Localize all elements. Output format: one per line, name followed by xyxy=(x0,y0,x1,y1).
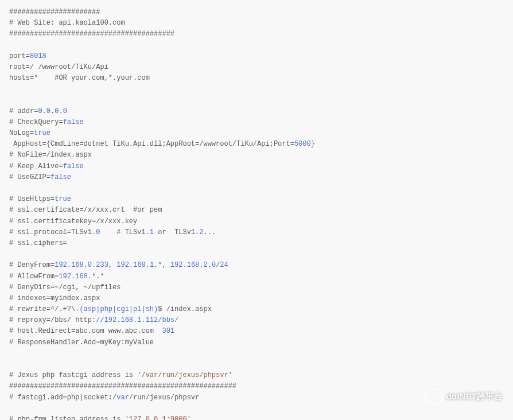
code-line: # DenyDirs=~/cgi, ~/upfiles xyxy=(9,282,504,293)
code-line: # ssl.certificate=/x/xxx.crt #or pem xyxy=(9,205,504,216)
code-segment: 192.168 xyxy=(170,261,199,269)
code-segment: 0.0 xyxy=(38,107,50,115)
code-line: AppHost={CmdLine=dotnet TiKu.Api.dll;App… xyxy=(9,139,504,150)
code-segment: //192.168.1.112/bbs/ xyxy=(96,316,178,324)
code-segment: 2.0 xyxy=(204,261,216,269)
code-segment: /run/jexus/phpsvr xyxy=(129,394,199,402)
code-segment: 192.168 xyxy=(59,273,87,281)
code-segment: # Keep_Alive= xyxy=(9,162,63,170)
code-line: # Jexus php fastcgi address is '/var/run… xyxy=(9,370,504,381)
code-segment: NoLog= xyxy=(9,129,34,137)
code-segment: 1 xyxy=(150,228,154,236)
code-segment: ###################### xyxy=(9,8,100,16)
code-line: root=/ /wwwroot/TiKu/Api xyxy=(9,62,504,73)
code-segment: . xyxy=(199,261,203,269)
code-block: ####################### Web Site: api.ka… xyxy=(0,0,513,420)
code-segment: 1 xyxy=(150,261,154,269)
code-segment: $ /index.aspx xyxy=(158,305,212,313)
code-segment: , xyxy=(108,261,116,269)
code-line: # php-fpm listen address is '127.0.0.1:9… xyxy=(9,414,504,420)
watermark: dotNET跨平台 xyxy=(425,389,503,404)
code-line xyxy=(9,183,504,194)
code-line xyxy=(9,95,504,106)
code-segment: hosts=* #OR your.com,*.your.com xyxy=(9,74,150,82)
code-segment: true xyxy=(34,129,50,137)
code-segment: . xyxy=(84,261,88,269)
code-line xyxy=(9,40,504,51)
code-line: # ssl.ciphers= xyxy=(9,238,504,249)
code-segment: false xyxy=(63,118,84,126)
code-segment: AppHost={CmdLine=dotnet TiKu.Api.dll;App… xyxy=(9,140,294,148)
code-line: # addr=0.0.0.0 xyxy=(9,106,504,117)
code-segment: # NoFile=/index.aspx xyxy=(9,151,92,159)
code-line: hosts=* #OR your.com,*.your.com xyxy=(9,73,504,84)
code-segment: 0.233 xyxy=(88,261,108,269)
code-segment: # indexes=myindex.aspx xyxy=(9,294,100,302)
code-segment: ######################################## xyxy=(9,30,174,38)
code-segment: # reproxy=/bbs/ http: xyxy=(9,316,96,324)
code-segment: .*.* xyxy=(88,273,104,281)
code-segment: 8018 xyxy=(30,52,46,60)
code-line: # indexes=myindex.aspx xyxy=(9,293,504,304)
code-line: ######################################## xyxy=(9,29,504,40)
code-segment: # ssl.protocol=TLSv1. xyxy=(9,228,96,236)
code-line: # ssl.certificatekey=/x/xxx.key xyxy=(9,216,504,227)
code-line: # Keep_Alive=false xyxy=(9,161,504,172)
code-line: NoLog=true xyxy=(9,128,504,139)
code-line xyxy=(9,84,504,95)
code-line: # NoFile=/index.aspx xyxy=(9,150,504,161)
code-line: # ssl.protocol=TLSv1.0 # TLSv1.1 or TLSv… xyxy=(9,227,504,238)
code-line xyxy=(9,348,504,359)
code-segment: } xyxy=(311,140,315,148)
code-segment: (asp|php|cgi|pl|sh) xyxy=(79,305,158,313)
code-segment: # UseHttps= xyxy=(9,195,55,203)
code-segment: # fastcgi.add=php|socket:/ xyxy=(9,394,116,402)
code-segment: # ssl.certificatekey=/x/xxx.key xyxy=(9,217,137,225)
code-line: # rewrite=^/.+?\.(asp|php|cgi|pl|sh)$ /i… xyxy=(9,304,504,315)
code-line: # DenyFrom=192.168.0.233, 192.168.1.*, 1… xyxy=(9,260,504,271)
code-segment: .*, xyxy=(154,261,170,269)
code-segment: ... xyxy=(203,228,216,236)
code-line: # reproxy=/bbs/ http://192.168.1.112/bbs… xyxy=(9,315,504,326)
code-segment: # DenyFrom= xyxy=(9,261,55,269)
code-line: # host.Redirect=abc.com www.abc.com 301 xyxy=(9,326,504,337)
code-segment: # CheckQuery= xyxy=(9,118,63,126)
code-segment: 24 xyxy=(220,261,228,269)
code-segment: # ssl.certificate=/x/xxx.crt #or pem xyxy=(9,206,162,214)
code-segment: # TLSv1. xyxy=(100,228,149,236)
code-segment: # rewrite=^/.+?\. xyxy=(9,305,79,313)
code-line: # UseGZIP=false xyxy=(9,172,504,183)
code-line xyxy=(9,249,504,260)
code-segment: 301 xyxy=(162,327,174,335)
code-segment: false xyxy=(63,162,84,170)
code-segment: # UseGZIP= xyxy=(9,173,50,181)
code-segment: # DenyDirs=~/cgi, ~/upfiles xyxy=(9,283,121,291)
watermark-text: dotNET跨平台 xyxy=(446,391,503,402)
code-segment: ########################################… xyxy=(9,382,236,390)
code-segment: # Jexus php fastcgi address is xyxy=(9,371,137,379)
code-segment: # AllowFrom= xyxy=(9,273,59,281)
code-segment: false xyxy=(50,173,71,181)
code-line: # CheckQuery=false xyxy=(9,117,504,128)
code-line: # AllowFrom=192.168.*.* xyxy=(9,271,504,282)
code-segment: # ResponseHandler.Add=myKey:myValue xyxy=(9,339,154,347)
code-line xyxy=(9,359,504,370)
code-line: port=8018 xyxy=(9,51,504,62)
code-line: ###################### xyxy=(9,7,504,18)
code-line: # ResponseHandler.Add=myKey:myValue xyxy=(9,337,504,348)
code-segment: # Web Site: api.kaola100.com xyxy=(9,19,125,27)
code-segment: # addr= xyxy=(9,107,38,115)
code-segment: # php-fpm listen address is xyxy=(9,415,125,420)
code-line: # UseHttps=true xyxy=(9,194,504,205)
code-line: # Web Site: api.kaola100.com xyxy=(9,18,504,29)
code-segment: port= xyxy=(9,52,30,60)
code-segment: . xyxy=(146,261,150,269)
code-segment: # ssl.ciphers= xyxy=(9,239,67,247)
code-segment: 0.0 xyxy=(55,107,67,115)
code-segment: # host.Redirect=abc.com www.abc.com xyxy=(9,327,162,335)
code-segment: 192.168 xyxy=(55,261,83,269)
code-segment: var xyxy=(116,394,129,402)
code-segment: 192.168 xyxy=(116,261,145,269)
code-segment: or TLSv1. xyxy=(154,228,199,236)
wechat-icon xyxy=(425,389,442,404)
